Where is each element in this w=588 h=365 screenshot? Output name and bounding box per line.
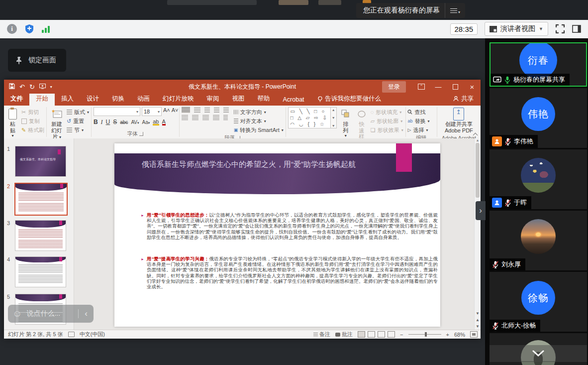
tab-home[interactable]: 开始: [29, 93, 55, 106]
tab-help[interactable]: 帮助: [251, 93, 277, 106]
shape-effects-button[interactable]: ❏形状效果▾: [371, 126, 403, 134]
scroll-up-arrow[interactable]: ▲: [476, 138, 480, 142]
text-direction-button[interactable]: 文字方向▾: [234, 108, 284, 116]
strikethrough-button[interactable]: S: [113, 119, 117, 125]
current-slide[interactable]: 俄语系新生导师点燃学生心中的希望之火，用“爱”助学生扬帆起航 ► 用“爱”引领学…: [114, 143, 440, 327]
find-button[interactable]: 查找: [407, 108, 429, 116]
zoom-level[interactable]: 68%: [454, 332, 465, 338]
columns-button[interactable]: [223, 115, 228, 120]
increase-indent-button[interactable]: [214, 108, 219, 113]
copy-button[interactable]: 复制: [21, 117, 44, 125]
sidebar-collapse-handle[interactable]: ›: [476, 201, 486, 220]
slide-thumbnail-4[interactable]: [15, 256, 66, 287]
create-share-adobe-pdf-button[interactable]: 创建并共享Adobe PDF: [442, 107, 476, 134]
replace-button[interactable]: ab替换▾: [407, 117, 429, 125]
font-color-button[interactable]: A: [162, 119, 166, 125]
slide-thumbnail-3[interactable]: [15, 220, 66, 251]
slide-thumbnail-2-selected[interactable]: [14, 183, 68, 216]
ribbon-display-options-button[interactable]: ⌃: [413, 80, 430, 94]
fit-to-window-button[interactable]: [470, 331, 478, 338]
view-mode-dropdown[interactable]: 演讲者视图 ▼: [485, 22, 548, 36]
reset-button[interactable]: ↺重置: [67, 117, 89, 125]
notes-toggle[interactable]: 备注: [313, 331, 330, 338]
tab-review[interactable]: 审阅: [200, 93, 226, 106]
participant-tile[interactable]: 刘永厚: [490, 211, 587, 270]
scrollbar-thumb[interactable]: [476, 143, 480, 198]
normal-view-button[interactable]: [358, 331, 365, 338]
clear-strike-button[interactable]: abc: [120, 120, 128, 125]
restore-button[interactable]: [447, 80, 464, 94]
convert-smartart-button[interactable]: ▣转换为 SmartArt▾: [234, 126, 284, 134]
zoom-in-button[interactable]: +: [446, 332, 449, 338]
shape-outline-button[interactable]: ▱形状轮廓▾: [371, 117, 403, 125]
chat-collapse-button[interactable]: ‹: [79, 309, 94, 319]
tab-slideshow[interactable]: 幻灯片放映: [156, 93, 200, 106]
arrange-button[interactable]: 排列▾: [339, 107, 353, 139]
participant-tile[interactable]: 徐畅 北师大-徐畅: [490, 272, 587, 332]
tab-view[interactable]: 视图: [226, 93, 251, 106]
underline-button[interactable]: U: [106, 119, 110, 125]
banner-menu-button[interactable]: ▾: [445, 3, 465, 18]
character-spacing-button[interactable]: AV▾: [131, 120, 139, 125]
tab-insert[interactable]: 插入: [55, 93, 80, 106]
minimize-button[interactable]: —: [430, 80, 447, 94]
section-button[interactable]: 节▾: [67, 126, 89, 134]
redo-icon[interactable]: ↻: [29, 83, 35, 91]
participant-tile-sharer[interactable]: 衍春 杨衍春的屏幕共享: [490, 42, 587, 87]
slide-bullet-1[interactable]: 用“爱”引领学生的思想进步：以“立德树人”作为指导学生的中心环节，以适合的教育方…: [147, 212, 438, 240]
undo-icon[interactable]: ↶: [19, 83, 25, 91]
cut-button[interactable]: ✂剪切: [21, 108, 44, 116]
language-indicator[interactable]: 中文(中国): [80, 331, 105, 338]
zoom-slider-thumb[interactable]: [425, 332, 427, 337]
numbering-button[interactable]: [194, 108, 200, 113]
tell-me-box[interactable]: 告诉我你想要做什么: [311, 93, 388, 106]
tab-transitions[interactable]: 切换: [105, 93, 131, 106]
next-slide-button[interactable]: ▼: [476, 324, 480, 329]
font-size-combo[interactable]: 18▾: [142, 107, 162, 116]
slide-sorter-view-button[interactable]: [368, 331, 375, 338]
justify-button[interactable]: [213, 115, 219, 120]
layout-button[interactable]: 版式▾: [67, 108, 89, 116]
bullets-button[interactable]: [182, 107, 190, 113]
collapse-ribbon-button[interactable]: [473, 132, 478, 136]
start-slideshow-icon[interactable]: [39, 83, 46, 91]
fullscreen-button[interactable]: [555, 24, 565, 34]
shapes-gallery[interactable]: ▭ ╲ ╲ □ ○ □ △ ▱ ⇨ ⇩ ◠ ◡ { } ☆: [288, 107, 331, 128]
line-spacing-button[interactable]: [223, 108, 229, 113]
bold-button[interactable]: B: [94, 119, 98, 125]
participant-tile[interactable]: 伟艳 李伟艳: [490, 88, 587, 148]
slideshow-view-button[interactable]: [388, 331, 395, 338]
shrink-font-button[interactable]: A˅: [172, 107, 179, 116]
grow-font-button[interactable]: A˄: [163, 107, 170, 116]
save-icon[interactable]: [9, 83, 15, 91]
info-icon[interactable]: i: [7, 24, 17, 34]
scroll-down-arrow[interactable]: ▼: [476, 311, 480, 316]
reading-view-button[interactable]: [378, 331, 385, 338]
italic-button[interactable]: I: [101, 119, 103, 126]
sign-in-button[interactable]: 登录: [382, 81, 406, 93]
slide-bullet-2[interactable]: 用“爱”提高学生的学习兴趣：俄语系的专业学习较为特殊，“零起点”的俄语专业学习模…: [147, 256, 438, 289]
qat-customize-caret[interactable]: ▾: [50, 85, 52, 89]
security-shield-icon[interactable]: [24, 24, 34, 34]
slide-thumbnail-1[interactable]: 俄文系新生、本科论文指导: [15, 146, 66, 177]
align-text-button[interactable]: 对齐文本▾: [234, 117, 284, 125]
select-button[interactable]: ▷选择▾: [407, 126, 429, 134]
participant-tile-partial[interactable]: [490, 333, 587, 365]
tab-file[interactable]: 文件: [4, 93, 29, 106]
lock-view-button[interactable]: 锁定画面: [8, 49, 66, 72]
comments-toggle[interactable]: 批注: [335, 331, 353, 338]
align-center-button[interactable]: [192, 115, 198, 120]
chat-input[interactable]: 说点什么...: [26, 309, 78, 318]
side-panel-toggle-button[interactable]: [572, 24, 581, 33]
paste-button[interactable]: 粘贴▾: [6, 107, 19, 139]
network-signal-icon[interactable]: [42, 25, 50, 33]
share-button[interactable]: 共享: [446, 93, 481, 106]
previous-slide-button[interactable]: ▲: [476, 318, 480, 322]
emoji-button[interactable]: ☺: [12, 308, 22, 319]
shapes-gallery-scroll[interactable]: ▲▼▼: [331, 107, 337, 128]
font-dialog-launcher[interactable]: [139, 132, 143, 136]
align-right-button[interactable]: [202, 115, 209, 120]
align-left-button[interactable]: [182, 115, 188, 120]
decrease-indent-button[interactable]: [204, 108, 210, 113]
close-button[interactable]: ×: [464, 80, 481, 94]
